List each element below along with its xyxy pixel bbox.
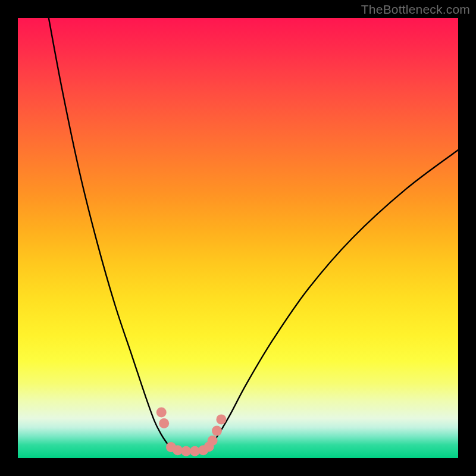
data-markers: [156, 408, 227, 456]
chart-frame: [18, 18, 458, 458]
bottleneck-curve-plot: [18, 18, 458, 458]
data-marker: [156, 408, 167, 418]
data-marker: [212, 426, 222, 436]
watermark-label: TheBottleneck.com: [361, 2, 470, 17]
curve-left: [49, 18, 172, 449]
data-marker: [216, 414, 226, 424]
data-marker: [159, 418, 169, 428]
data-marker: [181, 446, 191, 456]
data-marker: [208, 436, 218, 446]
curve-right: [207, 150, 458, 449]
